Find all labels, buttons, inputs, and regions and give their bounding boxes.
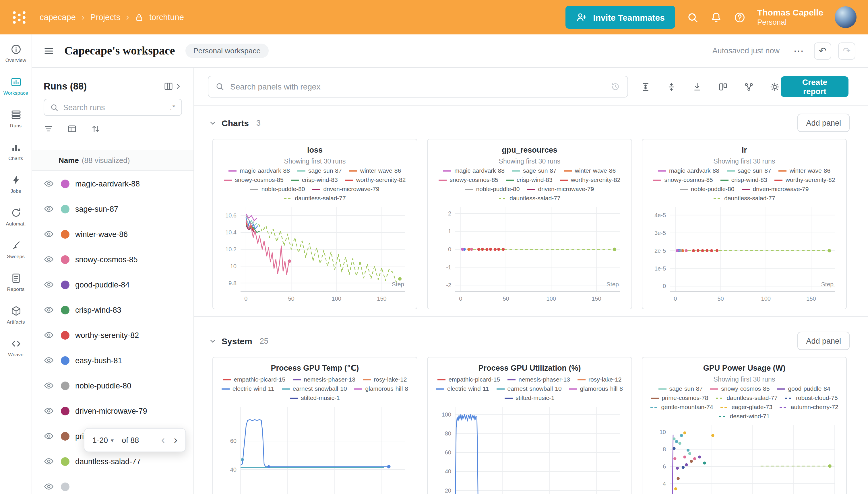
data-point[interactable]: [477, 248, 480, 251]
data-point[interactable]: [613, 248, 616, 251]
chart-plot-gpu_resources[interactable]: 050100150-2-1012Step: [432, 203, 627, 309]
data-point[interactable]: [828, 464, 832, 468]
legend-item[interactable]: crisp-wind-83: [506, 175, 553, 184]
data-point[interactable]: [697, 249, 700, 252]
data-point[interactable]: [673, 457, 676, 460]
data-point[interactable]: [672, 447, 676, 450]
rail-item-jobs[interactable]: Jobs: [0, 174, 32, 194]
prev-page-icon[interactable]: ‹: [161, 435, 165, 445]
add-panel-button[interactable]: Add panel: [797, 331, 850, 350]
data-point[interactable]: [703, 461, 706, 464]
overflow-menu-button[interactable]: ⋯: [790, 43, 807, 58]
data-point[interactable]: [685, 249, 688, 252]
invite-teammates-button[interactable]: Invite Teammates: [566, 6, 675, 29]
regex-toggle[interactable]: .*: [170, 103, 176, 111]
visibility-eye-icon[interactable]: [44, 431, 54, 441]
visibility-eye-icon[interactable]: [44, 280, 54, 290]
run-row[interactable]: good-puddle-84: [32, 272, 193, 297]
series-line[interactable]: [672, 435, 673, 494]
panel-lr[interactable]: lrShowing first 30 runsmagic-aardvark-88…: [642, 139, 847, 309]
visibility-eye-icon[interactable]: [44, 305, 54, 315]
legend-item[interactable]: snowy-cosmos-85: [653, 175, 713, 184]
next-page-icon[interactable]: ›: [174, 435, 178, 445]
panel-gpu_util[interactable]: Process GPU Utilization (%)empathic-pica…: [427, 357, 632, 494]
run-row[interactable]: sage-sun-87: [32, 196, 193, 222]
legend-item[interactable]: crisp-wind-83: [720, 175, 767, 184]
data-point[interactable]: [679, 249, 682, 252]
run-row[interactable]: winter-wave-86: [32, 222, 193, 247]
data-point[interactable]: [680, 434, 683, 437]
data-point[interactable]: [690, 460, 692, 463]
rail-item-workspace[interactable]: Workspace: [0, 76, 32, 96]
data-point[interactable]: [461, 248, 464, 251]
runs-search-input[interactable]: [63, 103, 165, 112]
panel-bank-button[interactable]: [717, 81, 730, 93]
series-line[interactable]: [246, 214, 257, 221]
panel-search-input[interactable]: [230, 82, 605, 91]
create-report-button[interactable]: Create report: [781, 76, 849, 97]
settings-gear-button[interactable]: [769, 81, 781, 93]
data-point[interactable]: [676, 249, 679, 252]
data-point[interactable]: [688, 452, 691, 455]
legend-item[interactable]: eager-glade-73: [720, 403, 772, 411]
legend-item[interactable]: stilted-music-1: [290, 394, 339, 402]
rail-item-sweeps[interactable]: Sweeps: [0, 240, 32, 259]
section-chevron-icon[interactable]: [209, 119, 217, 127]
data-point[interactable]: [716, 249, 718, 252]
legend-item[interactable]: glamorous-hill-8: [354, 384, 408, 393]
hamburger-menu-icon[interactable]: [44, 45, 54, 56]
wandb-logo-icon[interactable]: [12, 10, 27, 25]
rail-item-overview[interactable]: Overview: [0, 44, 32, 63]
group-columns-icon[interactable]: [67, 124, 77, 134]
rail-item-reports[interactable]: Reports: [0, 272, 32, 292]
legend-item[interactable]: dauntless-salad-77: [716, 394, 777, 402]
data-point[interactable]: [481, 248, 484, 251]
chart-canvas-gpu_power[interactable]: 246810Time (seconds): [647, 421, 842, 494]
legend-item[interactable]: dauntless-salad-77: [499, 194, 560, 203]
page-size-dropdown[interactable]: 1-20 ▾: [92, 436, 114, 444]
legend-item[interactable]: rosy-lake-12: [577, 375, 622, 384]
legend-item[interactable]: snowy-cosmos-85: [439, 175, 498, 184]
legend-item[interactable]: driven-microwave-79: [312, 185, 379, 193]
data-point[interactable]: [675, 440, 678, 443]
rail-item-artifacts[interactable]: Artifacts: [0, 305, 32, 325]
data-point[interactable]: [502, 248, 505, 251]
help-icon[interactable]: [734, 11, 746, 23]
data-point[interactable]: [497, 248, 500, 251]
legend-item[interactable]: driven-microwave-79: [742, 185, 809, 193]
legend-item[interactable]: noble-puddle-80: [251, 185, 305, 193]
breadcrumb-project[interactable]: torchtune: [149, 13, 184, 22]
visibility-eye-icon[interactable]: [44, 254, 54, 265]
data-point[interactable]: [288, 259, 291, 263]
legend-item[interactable]: earnest-snowball-10: [282, 384, 347, 393]
collapse-sections-button[interactable]: [691, 81, 703, 93]
chart-plot-gpu_util[interactable]: 20406080100Time (minutes): [432, 402, 627, 494]
chart-canvas-gpu_util[interactable]: 20406080100Time (minutes): [432, 402, 627, 494]
data-point[interactable]: [705, 249, 708, 252]
rail-item-runs[interactable]: Runs: [0, 109, 32, 129]
data-point[interactable]: [683, 456, 686, 458]
data-point[interactable]: [682, 466, 685, 469]
legend-item[interactable]: empathic-picard-15: [438, 375, 500, 384]
legend-item[interactable]: good-puddle-84: [777, 384, 830, 393]
run-row[interactable]: easy-bush-81: [32, 348, 193, 373]
data-point[interactable]: [676, 467, 679, 470]
section-chevron-icon[interactable]: [209, 337, 217, 344]
legend-item[interactable]: magic-aardvark-88: [229, 166, 290, 175]
run-row[interactable]: worthy-serenity-82: [32, 322, 193, 348]
visibility-eye-icon[interactable]: [44, 406, 54, 416]
data-point[interactable]: [683, 432, 686, 434]
visibility-eye-icon[interactable]: [44, 330, 54, 340]
sort-icon[interactable]: [91, 124, 100, 134]
data-point[interactable]: [677, 477, 680, 480]
data-point[interactable]: [387, 465, 391, 469]
legend-item[interactable]: worthy-serenity-82: [775, 175, 835, 184]
legend-item[interactable]: worthy-serenity-82: [560, 175, 621, 184]
legend-item[interactable]: winter-wave-86: [779, 166, 830, 175]
run-row[interactable]: snowy-cosmos-85: [32, 247, 193, 272]
data-point[interactable]: [693, 457, 696, 460]
legend-item[interactable]: electric-wind-11: [222, 384, 274, 393]
avatar[interactable]: [835, 6, 856, 28]
legend-item[interactable]: magic-aardvark-88: [658, 166, 719, 175]
legend-item[interactable]: sage-sun-87: [658, 384, 703, 393]
